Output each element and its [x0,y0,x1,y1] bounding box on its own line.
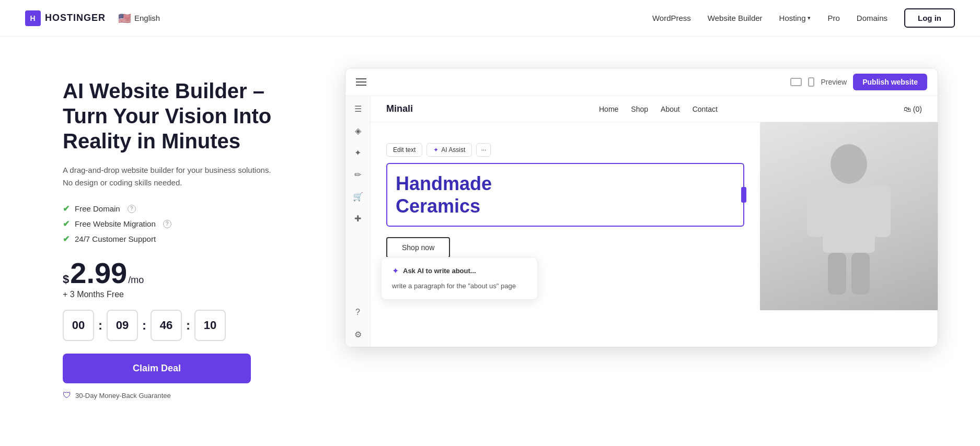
logo[interactable]: H HOSTINGER [25,10,106,26]
desktop-icon[interactable] [790,78,802,86]
hero-left-panel: AI Website Builder – Turn Your Vision In… [63,68,314,400]
sidebar-help-icon[interactable]: ? [352,306,364,319]
feature-support: ✔ 24/7 Customer Support [63,234,314,244]
nav-hosting[interactable]: Hosting ▾ [779,14,811,22]
feature-label: 24/7 Customer Support [75,234,156,243]
svg-rect-4 [828,253,846,295]
svg-point-0 [831,144,867,184]
site-hero-section: Edit text ✦ AI Assist ··· HandmadeCerami… [371,122,938,310]
site-logo: Minali [386,103,413,114]
features-list: ✔ Free Domain ? ✔ Free Website Migration… [63,204,314,244]
chevron-down-icon: ▾ [808,15,811,21]
hero-title: AI Website Builder – Turn Your Vision In… [63,78,314,154]
countdown-hours: 00 [63,310,94,341]
flag-icon: 🇺🇸 [118,12,131,25]
shop-now-button[interactable]: Shop now [386,237,450,258]
logo-icon: H [25,10,41,26]
site-navigation: Home Shop About Contact [599,105,718,113]
check-icon: ✔ [63,204,70,214]
sidebar-design-icon[interactable]: ✦ [352,146,364,159]
countdown-seconds: 46 [151,310,182,341]
site-nav-home[interactable]: Home [599,105,618,113]
guarantee-text: 🛡 30-Day Money-Back Guarantee [63,391,314,400]
price-section: $ 2.99 /mo + 3 Months Free [63,259,314,299]
site-hero-headline: HandmadeCeramics [396,172,735,217]
countdown-tenths: 10 [194,310,226,341]
person-silhouette [797,133,901,300]
nav-wordpress[interactable]: WordPress [652,14,691,22]
feature-label: Free Website Migration [75,219,156,228]
ai-star-icon: ✦ [433,146,439,154]
price-period: /mo [128,275,144,286]
more-options-button[interactable]: ··· [476,143,491,157]
edit-toolbar: Edit text ✦ AI Assist ··· [386,143,744,157]
site-nav-shop[interactable]: Shop [631,105,648,113]
sidebar-layers-icon[interactable]: ◈ [352,124,364,137]
hero-text-editable[interactable]: HandmadeCeramics [386,163,744,227]
preview-button[interactable]: Preview [821,78,847,86]
site-hero-content: Edit text ✦ AI Assist ··· HandmadeCerami… [371,122,760,310]
ai-chat-label: Ask AI to write about... [403,267,476,275]
builder-topbar: Preview Publish website [345,68,938,96]
publish-button[interactable]: Publish website [853,74,927,90]
sidebar-edit-icon[interactable]: ✏ [352,168,364,181]
sidebar-store-icon[interactable]: 🛒 [352,190,364,203]
site-header: H HOSTINGER 🇺🇸 English WordPress Website… [0,0,980,37]
ai-chat-header: ✦ Ask AI to write about... [392,266,527,276]
builder-canvas: Minali Home Shop About Contact 🛍 (0) [371,96,938,347]
site-hero-image [760,122,938,310]
resize-handle[interactable] [741,187,746,203]
language-label: English [134,14,160,22]
countdown-timer: 00 : 09 : 46 : 10 [63,310,314,341]
sidebar-add-icon[interactable]: ✚ [352,212,364,225]
builder-body: ☰ ◈ ✦ ✏ 🛒 ✚ ? ⚙ Minali Home [345,96,938,347]
svg-rect-3 [872,185,891,237]
check-icon: ✔ [63,219,70,229]
login-button[interactable]: Log in [904,8,955,28]
topbar-left [356,78,366,86]
ai-assist-button[interactable]: ✦ AI Assist [426,143,472,157]
cart-icon[interactable]: 🛍 (0) [904,105,922,113]
builder-sidebar: ☰ ◈ ✦ ✏ 🛒 ✚ ? ⚙ [345,96,371,347]
feature-migration: ✔ Free Website Migration ? [63,219,314,229]
language-selector[interactable]: 🇺🇸 English [118,12,160,25]
price-amount: 2.99 [70,259,127,288]
help-icon[interactable]: ? [163,220,171,228]
price-bonus: + 3 Months Free [63,290,314,299]
topbar-center: Preview Publish website [790,74,927,90]
nav-pro[interactable]: Pro [827,14,839,22]
mobile-icon[interactable] [808,77,814,87]
svg-rect-2 [807,185,825,237]
countdown-separator: : [98,318,102,333]
price-line: $ 2.99 /mo [63,259,314,288]
header-left: H HOSTINGER 🇺🇸 English [25,10,160,26]
check-icon: ✔ [63,234,70,244]
shield-icon: 🛡 [63,391,71,400]
site-nav-contact[interactable]: Contact [693,105,718,113]
svg-rect-1 [823,185,875,253]
sidebar-settings-icon[interactable]: ⚙ [352,328,364,341]
site-nav-bar: Minali Home Shop About Contact 🛍 (0) [371,96,938,122]
ai-chat-text[interactable]: write a paragraph for the "about us" pag… [392,281,527,291]
site-nav-about[interactable]: About [661,105,680,113]
cart-count: (0) [913,105,922,113]
builder-preview: Preview Publish website ☰ ◈ ✦ ✏ 🛒 ✚ ? ⚙ [345,68,938,347]
builder-window: Preview Publish website ☰ ◈ ✦ ✏ 🛒 ✚ ? ⚙ [345,68,938,347]
hero-image-placeholder [760,122,938,310]
nav-domains[interactable]: Domains [857,14,887,22]
claim-deal-button[interactable]: Claim Deal [63,354,251,383]
help-icon[interactable]: ? [128,205,136,213]
cart-bag-icon: 🛍 [904,105,911,113]
edit-text-button[interactable]: Edit text [386,143,422,157]
countdown-minutes: 09 [107,310,138,341]
countdown-separator: : [186,318,190,333]
main-content: AI Website Builder – Turn Your Vision In… [0,37,980,446]
svg-rect-5 [851,253,870,295]
nav-website-builder[interactable]: Website Builder [708,14,763,22]
sidebar-menu-icon[interactable]: ☰ [352,102,364,115]
hamburger-menu[interactable] [356,78,366,86]
logo-text: HOSTINGER [45,13,106,24]
ai-sparkle-icon: ✦ [392,266,399,276]
feature-free-domain: ✔ Free Domain ? [63,204,314,214]
price-dollar: $ [63,273,69,286]
